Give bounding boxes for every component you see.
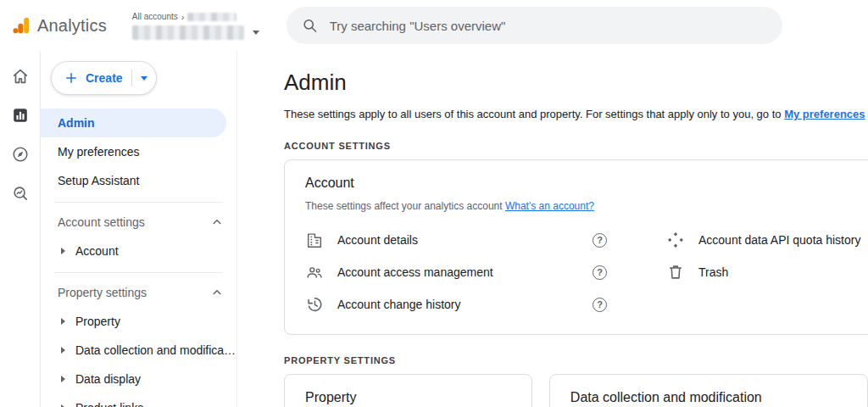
analytics-logo-icon [12, 16, 31, 35]
search-bar[interactable] [287, 7, 782, 44]
sidebar-item-label: Account [75, 244, 119, 258]
account-card-title: Account [305, 176, 868, 191]
chevron-up-icon [209, 215, 225, 230]
intro-text: These settings apply to all users of thi… [284, 108, 868, 120]
explore-nav-button[interactable] [8, 142, 32, 166]
expand-triangle-icon [61, 347, 65, 354]
intro-text-body: These settings apply to all users of thi… [284, 108, 784, 120]
home-nav-button[interactable] [8, 64, 32, 88]
sidebar-item-data-display[interactable]: Data display [41, 365, 236, 393]
chevron-right-icon: › [181, 12, 185, 22]
caret-down-icon [141, 76, 147, 81]
help-icon[interactable]: ? [593, 233, 607, 248]
sidebar-item-my-preferences[interactable]: My preferences [41, 137, 226, 166]
expand-triangle-icon [61, 318, 65, 325]
history-icon [305, 295, 324, 314]
api-quota-icon [666, 231, 685, 249]
property-card-title: Property [305, 390, 511, 405]
chevron-up-icon [209, 285, 225, 300]
reports-nav-button[interactable] [8, 103, 32, 127]
admin-main-content: Admin These settings apply to all users … [237, 51, 868, 407]
sidebar-item-label: Data display [75, 372, 141, 386]
whats-an-account-link[interactable]: What's an account? [505, 200, 594, 212]
data-collection-card: Data collection and modification [549, 374, 868, 407]
sidebar-item-admin[interactable]: Admin [41, 109, 226, 137]
account-data-api-quota-item[interactable]: Account data API quota history [666, 224, 860, 256]
data-collection-card-title: Data collection and modification [570, 390, 847, 405]
account-details-item[interactable]: Account details ? [305, 224, 666, 256]
trash-item[interactable]: Trash [666, 256, 860, 288]
admin-sidebar: Create Admin My preferences Setup Assist… [41, 51, 237, 407]
account-card-subtitle: These settings affect your analytics acc… [305, 200, 868, 212]
item-label: Account access management [337, 265, 493, 279]
create-button[interactable]: Create [51, 61, 157, 95]
caret-down-icon [253, 31, 259, 35]
account-card-right-column: Account data API quota history Trash [666, 224, 860, 321]
sidebar-item-label: Product links [75, 401, 143, 407]
app-name: Analytics [37, 16, 107, 36]
trash-icon [666, 263, 685, 282]
sidebar-item-label: Data collection and modifica… [75, 343, 236, 357]
account-settings-label: ACCOUNT SETTINGS [284, 141, 868, 151]
property-settings-label: PROPERTY SETTINGS [284, 355, 868, 365]
divider [54, 272, 223, 273]
sidebar-item-property[interactable]: Property [41, 307, 236, 336]
home-icon [11, 67, 30, 86]
nav-rail [0, 51, 41, 407]
section-label: Property settings [58, 286, 147, 299]
building-icon [305, 231, 324, 249]
advertising-nav-button[interactable] [8, 181, 32, 205]
property-name-redacted [132, 25, 244, 40]
expand-triangle-icon [61, 248, 65, 254]
app-header: Analytics All accounts › [0, 0, 868, 51]
create-button-label: Create [86, 71, 123, 85]
section-label: Account settings [58, 215, 145, 229]
search-input[interactable] [330, 19, 767, 33]
search-icon [302, 17, 318, 34]
sidebar-item-product-links[interactable]: Product links [41, 393, 236, 407]
account-change-history-item[interactable]: Account change history ? [305, 288, 666, 321]
account-name-redacted [187, 13, 236, 21]
account-access-management-item[interactable]: Account access management ? [305, 256, 666, 288]
item-label: Account change history [337, 298, 461, 311]
analytics-logo[interactable]: Analytics [0, 16, 107, 36]
my-preferences-link[interactable]: My preferences [784, 108, 865, 120]
divider [54, 202, 223, 203]
advertising-icon [11, 184, 30, 203]
property-card: Property [284, 374, 532, 407]
item-label: Account details [337, 233, 418, 247]
sidebar-item-data-collection[interactable]: Data collection and modifica… [41, 336, 236, 365]
account-switcher[interactable]: All accounts › [132, 12, 259, 40]
breadcrumb-all-accounts: All accounts [132, 12, 178, 21]
people-icon [305, 263, 324, 282]
reports-icon [11, 106, 30, 125]
item-label: Account data API quota history [698, 233, 860, 247]
account-card-left-column: Account details ? Account access managem… [305, 224, 666, 321]
section-account-settings[interactable]: Account settings [41, 208, 236, 237]
account-card-subtitle-text: These settings affect your analytics acc… [305, 200, 505, 212]
item-label: Trash [698, 265, 728, 279]
plus-icon [64, 70, 79, 86]
sidebar-item-label: Property [75, 315, 120, 328]
help-icon[interactable]: ? [593, 298, 607, 312]
section-property-settings[interactable]: Property settings [41, 278, 236, 307]
divider [131, 70, 132, 86]
explore-compass-icon [11, 145, 30, 164]
sidebar-item-setup-assistant[interactable]: Setup Assistant [41, 166, 226, 195]
account-settings-card: Account These settings affect your analy… [284, 159, 868, 335]
sidebar-item-account[interactable]: Account [41, 237, 236, 265]
page-title: Admin [284, 70, 868, 96]
help-icon[interactable]: ? [593, 265, 607, 280]
expand-triangle-icon [61, 376, 65, 382]
